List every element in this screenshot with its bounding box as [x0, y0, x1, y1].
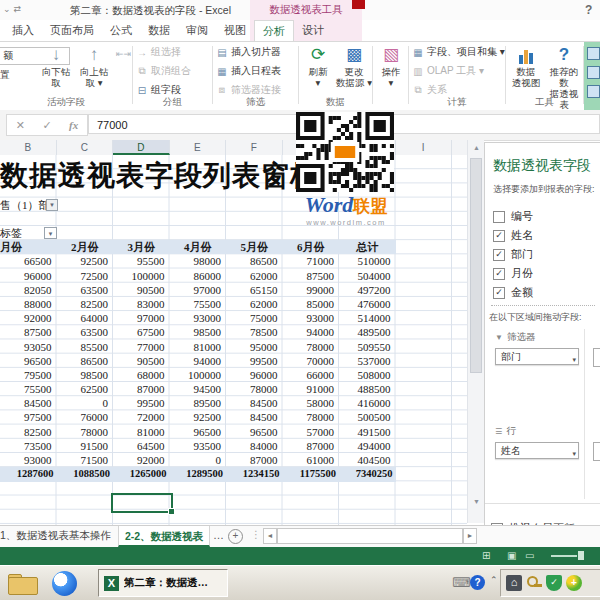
pivot-cell[interactable]: 96000 — [226, 368, 283, 382]
zoom-slider[interactable] — [551, 555, 577, 557]
pivot-cell[interactable]: 96500 — [170, 425, 227, 439]
page-break-view-icon[interactable]: ▭ — [525, 550, 534, 561]
sheet-tab-basic-ops[interactable]: 1、数据透视表基本操作 — [0, 529, 114, 543]
pivot-cell[interactable]: 92500 — [57, 254, 114, 268]
key-tray-icon[interactable] — [526, 575, 542, 591]
pivot-cell[interactable]: 72000 — [113, 410, 170, 424]
pivot-cell[interactable]: 87000 — [226, 453, 283, 467]
pivotchart-button[interactable]: 数据 透视图 — [508, 44, 544, 88]
pivot-cell[interactable]: 93000 — [170, 311, 227, 325]
pivot-cell[interactable]: 87000 — [113, 382, 170, 396]
pivot-cell[interactable]: 68000 — [113, 368, 170, 382]
pivot-cell[interactable]: 91000 — [283, 382, 340, 396]
drill-up-button[interactable]: ↑ 向上钻 取 ▾ — [76, 44, 112, 88]
page-layout-view-icon[interactable]: ▣ — [507, 550, 516, 561]
pivot-cell[interactable]: 488500 — [339, 382, 396, 396]
pivot-cell[interactable]: 93500 — [170, 439, 227, 453]
vertical-scroll-thumb[interactable] — [470, 158, 482, 373]
pivot-cell[interactable]: 84500 — [0, 396, 57, 410]
column-header-E[interactable]: E — [170, 140, 227, 155]
ribbon-tab-审阅[interactable]: 审阅 — [178, 20, 216, 41]
pill-caret-icon[interactable]: ▾ — [572, 352, 576, 368]
home-tray-icon[interactable]: ⌂ — [506, 575, 522, 591]
browser-icon[interactable] — [52, 571, 77, 596]
pivot-cell[interactable]: 494000 — [339, 439, 396, 453]
pivot-cell[interactable]: 62000 — [226, 269, 283, 283]
pivot-cell[interactable]: 500500 — [339, 410, 396, 424]
values-area-pill-stub[interactable] — [593, 442, 600, 461]
pivot-cell[interactable]: 94000 — [283, 325, 340, 339]
column-header-D[interactable]: D — [113, 140, 170, 155]
question-tray-icon[interactable]: ? — [470, 575, 485, 590]
pivot-total-cell[interactable]: 7340250 — [339, 467, 396, 481]
pivot-cell[interactable]: 83000 — [113, 297, 170, 311]
pivot-cell[interactable]: 65150 — [226, 283, 283, 297]
horizontal-scrollbar[interactable] — [277, 528, 463, 544]
pivot-header-cell[interactable]: 2月份 — [57, 240, 114, 254]
ribbon-item-字段项目和集[interactable]: ▦字段、项目和集 ▾ — [412, 44, 505, 60]
field-headers-icon[interactable] — [587, 85, 600, 98]
shield-tray-icon[interactable]: ✓ — [546, 575, 562, 591]
pivot-cell[interactable]: 75000 — [226, 311, 283, 325]
pivot-cell[interactable]: 86000 — [170, 269, 227, 283]
column-header-I[interactable]: I — [396, 140, 453, 155]
field-checkbox[interactable]: ✓ — [493, 230, 505, 242]
pivot-cell[interactable]: 95000 — [226, 340, 283, 354]
ribbon-item-插入切片器[interactable]: ▤插入切片器 — [216, 44, 281, 60]
zoom-slider-thumb[interactable] — [578, 551, 584, 560]
column-header-F[interactable]: F — [226, 140, 283, 155]
pivot-cell[interactable]: 95500 — [113, 254, 170, 268]
pivot-cell[interactable]: 99500 — [226, 354, 283, 368]
pivot-cell[interactable]: 89500 — [170, 396, 227, 410]
pivot-cell[interactable]: 94500 — [170, 382, 227, 396]
pivot-cell[interactable]: 99500 — [113, 396, 170, 410]
pivot-cell[interactable]: 93050 — [0, 340, 57, 354]
pivot-data-rows[interactable]: 6650092500955009800086500710005100009600… — [0, 254, 396, 467]
pivot-total-cell[interactable]: 1088500 — [57, 467, 114, 481]
pivot-cell[interactable]: 92000 — [113, 453, 170, 467]
pivot-cell[interactable]: 78000 — [57, 425, 114, 439]
enter-icon[interactable]: ✓ — [42, 119, 51, 132]
pivot-total-cell[interactable]: 1289500 — [170, 467, 227, 481]
ribbon-tab-插入[interactable]: 插入 — [4, 20, 42, 41]
pivot-cell[interactable]: 98500 — [170, 325, 227, 339]
quick-access-toolbar[interactable]: ⌄⇄ — [3, 4, 24, 14]
pivot-total-cell[interactable]: 1175500 — [283, 467, 340, 481]
pivot-cell[interactable]: 75500 — [170, 297, 227, 311]
pivot-cell[interactable]: 86500 — [226, 254, 283, 268]
scroll-up-icon[interactable]: ▲ — [468, 144, 485, 151]
pivot-cell[interactable]: 64500 — [113, 439, 170, 453]
columns-area-pill-stub[interactable] — [593, 348, 600, 367]
pill-caret-icon[interactable]: ▾ — [572, 446, 576, 462]
sheet-tab-active[interactable]: 2-2、数据透视表 — [118, 526, 210, 547]
pivot-cell[interactable]: 96000 — [0, 269, 57, 283]
ribbon-tab-公式[interactable]: 公式 — [102, 20, 140, 41]
fill-handle[interactable] — [168, 508, 175, 515]
ribbon-item-插入日程表[interactable]: ▦插入日程表 — [216, 63, 281, 79]
pivot-cell[interactable]: 96500 — [226, 425, 283, 439]
pivot-cell[interactable]: 82500 — [0, 425, 57, 439]
pivot-total-row[interactable]: 1287600108850012650001289500123415011755… — [0, 467, 396, 481]
pivot-cell[interactable]: 82050 — [0, 283, 57, 297]
pivot-cell[interactable]: 78000 — [226, 382, 283, 396]
help-icon[interactable]: ? — [585, 3, 592, 17]
field-settings-button[interactable]: 置 — [0, 68, 10, 82]
ribbon-tab-设计[interactable]: 设计 — [294, 20, 332, 41]
pivot-cell[interactable]: 58000 — [283, 396, 340, 410]
pivot-cell[interactable]: 62000 — [226, 297, 283, 311]
vertical-scrollbar[interactable]: ▲ ▼ — [467, 140, 484, 523]
pivot-cell[interactable]: 489500 — [339, 325, 396, 339]
filter-dropdown-icon[interactable]: ▼ — [46, 199, 58, 211]
pivot-cell[interactable]: 491500 — [339, 425, 396, 439]
field-row-姓名[interactable]: ✓姓名 — [493, 226, 597, 245]
pivot-cell[interactable]: 81000 — [113, 425, 170, 439]
pivot-cell[interactable]: 92500 — [170, 410, 227, 424]
column-header-B[interactable]: B — [0, 140, 57, 155]
pivot-cell[interactable]: 75500 — [0, 382, 57, 396]
field-checkbox[interactable]: ✓ — [493, 287, 505, 299]
field-row-金额[interactable]: ✓金额 — [493, 283, 597, 302]
refresh-button[interactable]: ⟳ 刷新 ▾ — [300, 44, 336, 88]
pivot-cell[interactable]: 97500 — [0, 410, 57, 424]
pivot-cell[interactable]: 86500 — [57, 354, 114, 368]
explorer-icon[interactable] — [8, 574, 36, 593]
